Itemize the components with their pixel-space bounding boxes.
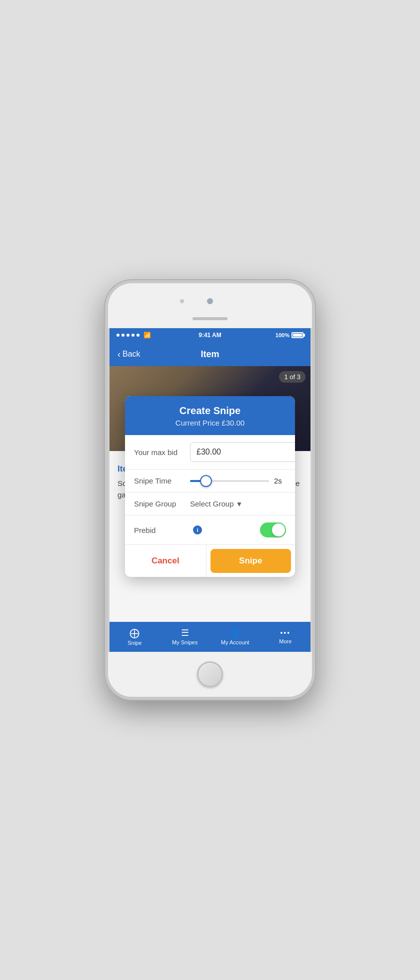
battery-percentage: 100% — [276, 332, 290, 338]
tab-my-snipes[interactable]: ☰ My Snipes — [160, 625, 210, 648]
back-label: Back — [122, 350, 140, 359]
sensor — [180, 299, 184, 303]
phone-bottom-chrome — [108, 652, 312, 697]
phone-top-chrome — [108, 283, 312, 328]
snipe-time-slider-container: 2s — [190, 477, 286, 485]
more-tab-icon: ••• — [280, 629, 290, 636]
snipe-time-row: Snipe Time 2s — [125, 470, 295, 492]
cancel-button[interactable]: Cancel — [125, 545, 206, 577]
my-account-tab-label: My Account — [221, 639, 250, 645]
modal-body: Your max bid Snipe Time 2s — [125, 435, 295, 544]
modal-header: Create Snipe Current Price £30.00 — [125, 396, 295, 435]
snipe-group-row: Snipe Group Select Group ▼ — [125, 492, 295, 515]
battery-area: 100% — [276, 332, 304, 338]
signal-area: 📶 — [116, 332, 151, 339]
signal-dot-5 — [136, 334, 140, 337]
snipe-time-label: Snipe Time — [134, 477, 184, 485]
status-time: 9:41 AM — [198, 332, 222, 339]
battery-icon — [292, 332, 304, 338]
my-account-tab-icon: 👤 — [230, 628, 240, 637]
select-group-label: Select Group — [190, 499, 234, 508]
modal-buttons: Cancel Snipe — [125, 544, 295, 577]
max-bid-input[interactable] — [190, 442, 295, 462]
back-button[interactable]: ‹ Back — [118, 349, 140, 360]
modal-overlay: Create Snipe Current Price £30.00 Your m… — [110, 366, 310, 622]
modal-subtitle: Current Price £30.00 — [135, 419, 285, 427]
signal-dot-3 — [126, 334, 130, 337]
home-button[interactable] — [197, 661, 223, 687]
signal-dot-2 — [122, 334, 124, 337]
tab-more[interactable]: ••• More — [260, 626, 311, 647]
signal-dot-1 — [116, 334, 120, 337]
speaker — [192, 317, 228, 320]
navigation-bar: ‹ Back Item — [110, 342, 310, 366]
status-bar: 📶 9:41 AM 100% — [110, 328, 310, 342]
tab-bar: ⨁ Snipe ☰ My Snipes 👤 My Account ••• Mor… — [110, 622, 310, 652]
more-tab-label: More — [279, 638, 292, 644]
create-snipe-modal: Create Snipe Current Price £30.00 Your m… — [125, 396, 295, 577]
slider-thumb[interactable] — [200, 475, 212, 487]
prebid-row: Prebid i — [125, 515, 295, 544]
chevron-left-icon: ‹ — [118, 349, 120, 360]
tab-my-account[interactable]: 👤 My Account — [210, 625, 260, 648]
snipe-time-slider[interactable] — [190, 480, 269, 482]
battery-fill — [293, 334, 302, 337]
snipe-button[interactable]: Snipe — [210, 549, 292, 573]
signal-dot-4 — [132, 334, 134, 337]
max-bid-label: Your max bid — [134, 448, 184, 457]
toggle-knob — [272, 523, 285, 536]
prebid-info-icon[interactable]: i — [193, 525, 202, 534]
my-snipes-tab-icon: ☰ — [181, 628, 189, 637]
snipe-group-label: Snipe Group — [134, 499, 184, 508]
phone-frame: 📶 9:41 AM 100% ‹ Back Item — [105, 280, 315, 700]
snipe-group-select[interactable]: Select Group ▼ — [190, 499, 242, 508]
phone-screen: 📶 9:41 AM 100% ‹ Back Item — [108, 328, 312, 652]
front-camera — [207, 298, 213, 304]
snipe-tab-label: Snipe — [128, 640, 142, 646]
snipe-tab-icon: ⨁ — [130, 628, 140, 638]
prebid-label: Prebid — [134, 526, 184, 534]
wifi-icon: 📶 — [144, 332, 151, 339]
dropdown-arrow-icon: ▼ — [236, 500, 243, 508]
tab-snipe[interactable]: ⨁ Snipe — [110, 625, 160, 649]
snipe-time-value: 2s — [274, 477, 286, 485]
prebid-toggle[interactable] — [260, 522, 286, 537]
max-bid-row: Your max bid — [125, 435, 295, 470]
modal-title: Create Snipe — [135, 405, 285, 417]
nav-title: Item — [200, 349, 219, 360]
screen-content: 1 of 3 Create Snipe Current Price £30.00… — [110, 366, 310, 622]
my-snipes-tab-label: My Snipes — [172, 639, 198, 645]
